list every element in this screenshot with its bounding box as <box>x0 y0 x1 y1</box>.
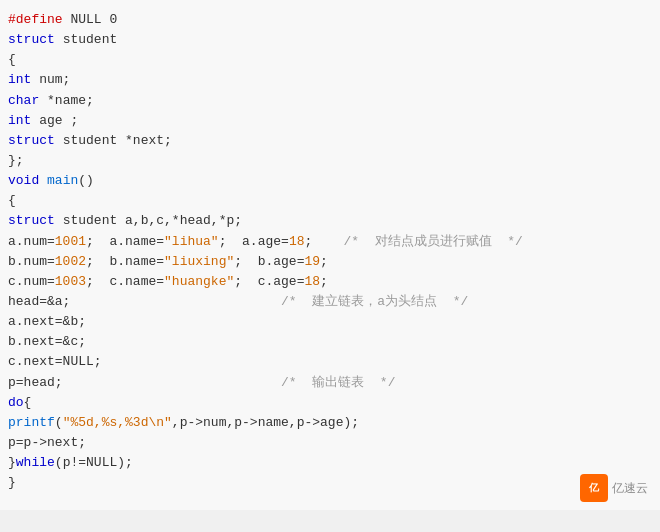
code-text: p=head; <box>8 375 281 390</box>
code-text: ; b.age= <box>234 254 304 269</box>
code-text: { <box>24 395 32 410</box>
comment-1: /* 对结点成员进行赋值 */ <box>344 234 523 249</box>
code-text: ,p->num,p->name,p->age); <box>172 415 359 430</box>
keyword-do: do <box>8 395 24 410</box>
code-text: ; c.age= <box>234 274 304 289</box>
code-text: { <box>8 193 16 208</box>
code-line-16: a.next=&b; <box>8 312 652 332</box>
num-18b: 18 <box>304 274 320 289</box>
keyword-while: while <box>16 455 55 470</box>
keyword-define: #define <box>8 12 63 27</box>
code-text: c.next= <box>8 354 63 369</box>
code-text: ; a.age= <box>219 234 289 249</box>
code-line-1: #define NULL 0 <box>8 10 652 30</box>
fn-printf: printf <box>8 415 55 430</box>
code-line-19: p=head; /* 输出链表 */ <box>8 373 652 393</box>
keyword-struct2: struct <box>8 133 55 148</box>
code-line-15: head=&a; /* 建立链表，a为头结点 */ <box>8 292 652 312</box>
code-line-18: c.next=NULL; <box>8 352 652 372</box>
code-text: }; <box>8 153 24 168</box>
watermark: 亿 亿速云 <box>580 474 648 502</box>
code-text: } <box>8 455 16 470</box>
code-text: *name; <box>47 93 94 108</box>
code-text: c.num= <box>8 274 55 289</box>
code-line-17: b.next=&c; <box>8 332 652 352</box>
code-text: head=&a; <box>8 294 281 309</box>
code-text: () <box>78 173 94 188</box>
code-line-14: c.num=1003; c.name="huangke"; c.age=18; <box>8 272 652 292</box>
code-line-21: printf("%5d,%s,%3d\n",p->num,p->name,p->… <box>8 413 652 433</box>
code-text: num; <box>39 72 70 87</box>
code-line-11: struct student a,b,c,*head,*p; <box>8 211 652 231</box>
code-text: b.next=&c; <box>8 334 86 349</box>
code-text: ; <box>304 234 343 249</box>
code-line-20: do{ <box>8 393 652 413</box>
watermark-brand: 亿速云 <box>612 480 648 497</box>
str-lihua: "lihua" <box>164 234 219 249</box>
num-1003: 1003 <box>55 274 86 289</box>
code-line-3: { <box>8 50 652 70</box>
code-line-7: struct student *next; <box>8 131 652 151</box>
keyword-int: int <box>8 72 31 87</box>
keyword-char: char <box>8 93 39 108</box>
code-block: #define NULL 0 struct student { int num;… <box>0 0 660 510</box>
num-19: 19 <box>304 254 320 269</box>
code-text: ; <box>320 254 328 269</box>
comment-3: /* 输出链表 */ <box>281 375 395 390</box>
keyword-struct: struct <box>8 32 55 47</box>
num-1001: 1001 <box>55 234 86 249</box>
code-text: student *next; <box>63 133 172 148</box>
null-keyword: NULL <box>63 354 94 369</box>
code-line-9: void main() <box>8 171 652 191</box>
code-text: ; a.name= <box>86 234 164 249</box>
watermark-logo: 亿 <box>580 474 608 502</box>
code-text: age ; <box>39 113 78 128</box>
code-text: p=p->next; <box>8 435 86 450</box>
str-format: "%5d,%s,%3d\n" <box>63 415 172 430</box>
code-text: ; <box>320 274 328 289</box>
comment-2: /* 建立链表，a为头结点 */ <box>281 294 468 309</box>
code-text: b.num= <box>8 254 55 269</box>
keyword-struct3: struct <box>8 213 55 228</box>
code-text: a.num= <box>8 234 55 249</box>
code-line-4: int num; <box>8 70 652 90</box>
code-text: ( <box>55 415 63 430</box>
code-line-6: int age ; <box>8 111 652 131</box>
code-text: (p!=NULL); <box>55 455 133 470</box>
str-liuxing: "liuxing" <box>164 254 234 269</box>
code-line-24: } <box>8 473 652 493</box>
watermark-logo-text: 亿 <box>589 481 599 495</box>
code-line-22: p=p->next; <box>8 433 652 453</box>
code-text: NULL 0 <box>70 12 117 27</box>
code-line-12: a.num=1001; a.name="lihua"; a.age=18; /*… <box>8 232 652 252</box>
code-text: } <box>8 475 16 490</box>
code-line-23: }while(p!=NULL); <box>8 453 652 473</box>
keyword-int2: int <box>8 113 31 128</box>
code-text: ; c.name= <box>86 274 164 289</box>
code-line-10: { <box>8 191 652 211</box>
code-line-2: struct student <box>8 30 652 50</box>
str-huangke: "huangke" <box>164 274 234 289</box>
code-text: student <box>63 32 118 47</box>
num-18: 18 <box>289 234 305 249</box>
code-line-13: b.num=1002; b.name="liuxing"; b.age=19; <box>8 252 652 272</box>
keyword-void: void <box>8 173 39 188</box>
fn-main: main <box>47 173 78 188</box>
code-text: a.next=&b; <box>8 314 86 329</box>
code-line-8: }; <box>8 151 652 171</box>
code-text: ; <box>94 354 102 369</box>
num-1002: 1002 <box>55 254 86 269</box>
code-text: { <box>8 52 16 67</box>
code-line-5: char *name; <box>8 91 652 111</box>
code-text: student a,b,c,*head,*p; <box>63 213 242 228</box>
code-text: ; b.name= <box>86 254 164 269</box>
